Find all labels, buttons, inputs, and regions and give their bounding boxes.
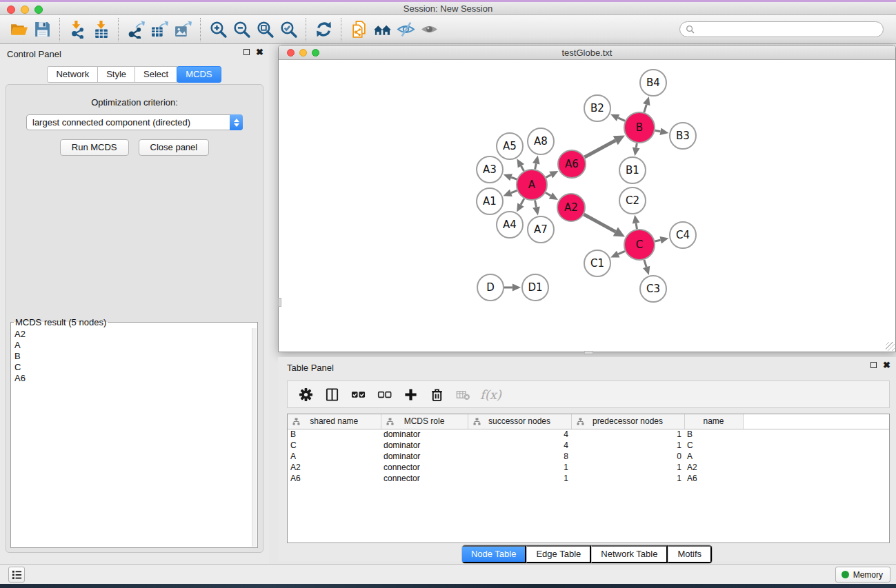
graph-edge[interactable] [644, 260, 646, 267]
table-cell[interactable]: 8 [468, 451, 571, 462]
table-cell[interactable]: B [288, 429, 381, 440]
tab-network[interactable]: Network [47, 66, 98, 83]
mcds-result-item[interactable]: B [14, 351, 252, 362]
table-cell[interactable]: 1 [571, 462, 684, 473]
graph-edge[interactable] [535, 201, 537, 207]
graph-edge[interactable] [618, 251, 625, 254]
show-all-button[interactable] [417, 18, 441, 41]
open-session-button[interactable] [7, 18, 30, 41]
graph-edge[interactable] [546, 193, 551, 196]
memory-button[interactable]: Memory [835, 567, 890, 582]
zoom-fit-button[interactable] [253, 18, 277, 41]
table-cell[interactable]: 1 [468, 473, 571, 484]
export-image-button[interactable] [171, 18, 195, 41]
table-cell[interactable]: A6 [288, 473, 381, 484]
mcds-result-item[interactable]: A2 [14, 329, 252, 340]
tab-mcds[interactable]: MCDS [177, 66, 221, 83]
graph-edge[interactable] [511, 190, 517, 192]
graph-edge[interactable] [655, 240, 660, 241]
table-cell[interactable]: 0 [571, 451, 684, 462]
table-cell[interactable]: connector [381, 473, 468, 484]
graph-edge[interactable] [546, 175, 550, 178]
close-panel-icon[interactable]: ✖ [256, 48, 263, 56]
table-cell[interactable]: A [684, 451, 743, 462]
table-cell[interactable]: 4 [468, 440, 571, 451]
table-row[interactable]: Cdominator41C [288, 440, 889, 451]
float-table-panel-icon[interactable] [870, 362, 877, 368]
add-column-button[interactable] [399, 383, 422, 405]
column-header-shared-name[interactable]: shared name [288, 414, 381, 429]
column-header-successor-nodes[interactable]: successor nodes [468, 414, 571, 429]
table-cell[interactable]: C [288, 440, 381, 451]
table-cell[interactable]: connector [381, 462, 468, 473]
mcds-result-item[interactable]: A6 [14, 373, 252, 384]
splitter-handle-bottom[interactable] [584, 351, 593, 354]
table-cell[interactable]: 1 [468, 462, 571, 473]
table-cell[interactable]: 1 [571, 429, 684, 440]
table-cell[interactable]: C [684, 440, 743, 451]
mcds-result-list[interactable]: A2ABCA6 [11, 327, 252, 547]
graph-edge[interactable] [521, 199, 524, 205]
table-cell[interactable]: A6 [684, 473, 743, 484]
clone-network-button[interactable] [347, 18, 370, 41]
float-panel-icon[interactable] [243, 49, 250, 55]
close-table-panel-icon[interactable]: ✖ [883, 361, 890, 369]
search-input[interactable] [698, 25, 877, 34]
graph-edge[interactable] [618, 118, 625, 121]
show-columns-button[interactable] [320, 383, 344, 405]
mcds-scrollbar[interactable] [252, 328, 257, 547]
table-cell[interactable]: B [684, 429, 743, 440]
table-cell[interactable]: A2 [288, 462, 381, 473]
tab-style[interactable]: Style [97, 66, 135, 83]
tab-network-table[interactable]: Network Table [591, 545, 668, 563]
splitter-handle-left[interactable] [278, 298, 281, 307]
refresh-view-button[interactable] [312, 18, 335, 41]
graph-edge[interactable] [584, 214, 615, 232]
network-canvas[interactable]: ABCA6A2A1A3A4A5A7A8B1B2B3B4C1C2C3C4DD1 [279, 60, 895, 352]
tab-node-table[interactable]: Node Table [462, 545, 527, 563]
save-session-button[interactable] [30, 18, 54, 41]
hide-selected-button[interactable] [394, 18, 417, 41]
tab-motifs[interactable]: Motifs [668, 545, 712, 563]
table-cell[interactable]: dominator [381, 429, 468, 440]
graph-edge[interactable] [644, 105, 647, 112]
graph-edge[interactable] [521, 166, 524, 171]
delete-column-button[interactable] [425, 383, 448, 405]
export-network-button[interactable] [124, 18, 148, 41]
table-cell[interactable]: 1 [571, 473, 684, 484]
graph-edge[interactable] [636, 143, 637, 148]
table-cell[interactable]: 4 [468, 429, 571, 440]
zoom-selected-button[interactable] [277, 18, 300, 41]
table-row[interactable]: Adominator80A [288, 451, 889, 462]
home-view-button[interactable] [370, 18, 394, 41]
table-cell[interactable]: dominator [381, 451, 468, 462]
mcds-result-item[interactable]: A [14, 340, 252, 351]
zoom-in-button[interactable] [206, 18, 230, 41]
graph-edge[interactable] [535, 163, 537, 169]
zoom-out-button[interactable] [230, 18, 253, 41]
column-header-MCDS-role[interactable]: MCDS role [381, 414, 468, 429]
select-all-button[interactable] [346, 383, 370, 405]
graph-edge[interactable] [584, 141, 615, 157]
network-window-titlebar[interactable]: testGlobe.txt [279, 45, 895, 60]
search-field[interactable] [679, 21, 884, 37]
network-graph[interactable]: ABCA6A2A1A3A4A5A7A8B1B2B3B4C1C2C3C4DD1 [279, 60, 895, 352]
column-header-name[interactable]: name [684, 414, 743, 429]
optimization-criterion-select[interactable]: largest connected component (directed) [26, 114, 243, 130]
import-table-button[interactable] [89, 18, 112, 41]
table-row[interactable]: Bdominator41B [288, 429, 889, 440]
run-mcds-button[interactable]: Run MCDS [60, 139, 129, 156]
resize-grip[interactable] [886, 342, 895, 351]
table-cell[interactable]: dominator [381, 440, 468, 451]
graph-edge[interactable] [655, 130, 661, 132]
import-network-button[interactable] [66, 18, 89, 41]
close-panel-button[interactable]: Close panel [139, 139, 210, 156]
graph-edge[interactable] [636, 223, 637, 230]
tab-select[interactable]: Select [135, 66, 177, 83]
table-row[interactable]: A2connector11A2 [288, 462, 889, 473]
deselect-all-button[interactable] [372, 383, 396, 405]
table-settings-button[interactable] [294, 383, 317, 405]
mcds-result-item[interactable]: C [14, 362, 252, 373]
export-table-button[interactable] [148, 18, 171, 41]
graph-edge[interactable] [511, 177, 517, 179]
